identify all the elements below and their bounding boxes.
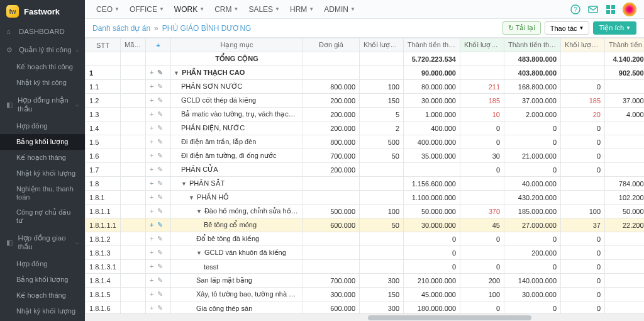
edit-row-icon[interactable]: ✎ (157, 110, 163, 118)
edit-row-icon[interactable]: ✎ (157, 262, 163, 271)
table-row[interactable]: 1.2+✎GCLD cốt thép đá kiềng200.00015030.… (86, 94, 645, 108)
toggle-icon[interactable]: ▼ (189, 194, 194, 201)
add-row-icon[interactable]: + (150, 138, 153, 146)
add-row-icon[interactable]: + (150, 179, 153, 188)
table-row[interactable]: 1.1+✎PHẦN SƠN NƯỚC800.00010080.000.00021… (86, 80, 645, 94)
table-row[interactable]: 1.8.1.2+✎Đổ bê tông đà kiềng00000 (86, 232, 645, 246)
breadcrumb-list[interactable]: Danh sách dự án (92, 24, 150, 33)
top-menu-work[interactable]: WORK▼ (170, 3, 208, 16)
edit-row-icon[interactable]: ✎ (157, 138, 163, 146)
add-row-icon[interactable]: + (150, 96, 153, 104)
table-row[interactable]: 1.8.1.3.1+✎tesst00000 (86, 260, 645, 274)
nav-sub-item[interactable]: Nhật ký thi công (0, 75, 85, 91)
top-menu-office[interactable]: OFFICE▼ (126, 3, 168, 16)
top-menu-ceo[interactable]: CEO▼ (92, 3, 123, 16)
add-row-icon[interactable]: + (150, 276, 153, 284)
horizontal-scrollbar[interactable] (85, 313, 644, 321)
table-row[interactable]: 1.8.1.1+✎▼Đào hố móng, chỉnh sửa hố móng… (86, 205, 645, 218)
nav-sub-item[interactable]: Hợp đồng (0, 118, 85, 134)
table-row[interactable]: 1.8.1.6+✎Gia công thép sàn600.000300180.… (86, 301, 645, 314)
col-tt-hd[interactable]: Thành tiền theo hợp đồng (404, 38, 460, 52)
edit-row-icon[interactable]: ✎ (157, 304, 163, 312)
util-button[interactable]: Tiện ích▼ (593, 21, 636, 35)
table-row[interactable]: 1.8.1.3+✎▼GCLD ván khuôn đà kiềng0200.00… (86, 246, 645, 260)
table-row[interactable]: 1+✎▼PHẦN THẠCH CAO90.000.000403.800.0009… (86, 66, 645, 80)
apps-icon[interactable] (605, 4, 616, 15)
edit-row-icon[interactable]: ✎ (157, 82, 163, 91)
table-row[interactable]: 1.6+✎Đi điện âm tường, đi ống nước700.00… (86, 149, 645, 163)
toggle-icon[interactable]: ▼ (174, 70, 179, 76)
avatar[interactable] (623, 3, 636, 16)
table-row[interactable]: 1.8.1.4+✎San lấp mặt bằng700.000300210.0… (86, 274, 645, 288)
edit-row-icon[interactable]: ✎ (157, 152, 163, 160)
nav-sub-item[interactable]: Bảng khối lượng (0, 272, 85, 288)
top-menu-crm[interactable]: CRM▼ (211, 3, 242, 16)
add-row-icon[interactable]: + (150, 221, 153, 229)
top-menu-hrm[interactable]: HRM▼ (286, 3, 318, 16)
top-menu-sales[interactable]: SALES▼ (245, 3, 284, 16)
add-row-icon[interactable]: + (150, 152, 153, 160)
col-kl-hd[interactable]: Khối lượng theo hợp đồng (360, 38, 404, 52)
nav-sub-item[interactable]: Nghiệm thu, thanh toán (0, 181, 85, 205)
toggle-icon[interactable]: ▼ (196, 250, 202, 256)
add-row-icon[interactable]: + (150, 304, 153, 312)
table-row[interactable]: 1.8.1.1.1+✎Bê tông cổ móng600.0005030.00… (86, 218, 645, 232)
table-row[interactable]: 1.5+✎Đi điện âm trần, lắp đèn800.0005004… (86, 135, 645, 149)
add-row-icon[interactable]: + (150, 235, 153, 243)
table-wrap[interactable]: STT Mã số + Hạng mục Đơn giá Khối lượng … (85, 38, 644, 313)
add-row-icon[interactable]: + (150, 82, 153, 91)
nav-sub-item[interactable]: Kế hoạch tháng (0, 288, 85, 303)
top-menu-admin[interactable]: ADMIN▼ (320, 3, 359, 16)
col-tt-nkkl[interactable]: Thành tiền theo NKKL (504, 38, 561, 52)
edit-row-icon[interactable]: ✎ (157, 249, 163, 257)
table-row[interactable]: 1.8.1+✎▼PHẦN HỒ1.100.000.000430.200.0001… (86, 191, 645, 205)
col-ma[interactable]: Mã số (121, 38, 146, 52)
add-row-icon[interactable]: + (150, 69, 153, 77)
edit-row-icon[interactable]: ✎ (157, 179, 163, 188)
add-row-icon[interactable]: + (150, 262, 153, 271)
edit-row-icon[interactable]: ✎ (157, 235, 163, 243)
nav-sub-item[interactable]: Nhật ký khối lượng (0, 303, 85, 319)
nav-group[interactable]: ◧Hợp đồng giao thầu⌵ (0, 228, 85, 256)
nav-sub-item[interactable]: Nhật ký khối lượng (0, 166, 85, 181)
col-kl-nkkl[interactable]: Khối lượng theo NKKL (460, 38, 504, 52)
edit-row-icon[interactable]: ✎ (157, 221, 163, 229)
edit-row-icon[interactable]: ✎ (157, 207, 163, 215)
reload-button[interactable]: ↻Tải lại (502, 21, 541, 35)
nav-group[interactable]: ◧Hợp đồng nhận thầu⌵ (0, 91, 85, 118)
ops-button[interactable]: Thao tác▼ (545, 21, 590, 35)
table-row[interactable]: 1.8.1.5+✎Xây, tô tường bao, tường nhà vệ… (86, 288, 645, 301)
col-dongia[interactable]: Đơn giá (303, 38, 360, 52)
col-add[interactable]: + (146, 38, 171, 52)
edit-row-icon[interactable]: ✎ (157, 69, 163, 77)
help-icon[interactable]: ? (570, 4, 581, 15)
nav-sub-item[interactable]: Hợp đồng (0, 256, 85, 272)
col-tt-nt[interactable]: Thành tiền nghiệm thu (605, 38, 645, 52)
mail-icon[interactable] (587, 4, 599, 15)
table-row[interactable]: 1.7+✎PHẦN CỬA200.0000000 (86, 163, 645, 177)
scrollbar-thumb[interactable] (368, 315, 531, 320)
nav-dashboard[interactable]: ⌂ DASHBOARD (0, 23, 85, 40)
edit-row-icon[interactable]: ✎ (157, 124, 163, 132)
add-row-icon[interactable]: + (150, 249, 153, 257)
nav-sub-item[interactable]: Bảng khối lượng (0, 134, 85, 150)
logo[interactable]: fw Fastwork (0, 0, 85, 23)
add-row-icon[interactable]: + (150, 166, 153, 174)
table-row[interactable]: 1.8+✎▼PHẦN SẮT1.156.600.00040.000.000784… (86, 177, 645, 191)
nav-sub-item[interactable]: Kế hoạch thi công (0, 59, 85, 75)
col-name[interactable]: Hạng mục (171, 38, 303, 52)
add-row-icon[interactable]: + (150, 110, 153, 118)
table-row[interactable]: 1.3+✎Bả matic vào tường, trụ, vách thạch… (86, 108, 645, 121)
edit-row-icon[interactable]: ✎ (157, 166, 163, 174)
edit-row-icon[interactable]: ✎ (157, 96, 163, 104)
toggle-icon[interactable]: ▼ (196, 208, 202, 215)
nav-group[interactable]: ⚙Quản lý thi công⌵ (0, 40, 85, 59)
add-row-icon[interactable]: + (150, 124, 153, 132)
nav-sub-item[interactable]: Kế hoạch tháng (0, 150, 85, 166)
nav-sub-item[interactable]: Công nợ chủ đầu tư (0, 205, 85, 228)
edit-row-icon[interactable]: ✎ (157, 276, 163, 284)
edit-row-icon[interactable]: ✎ (157, 290, 163, 298)
table-row[interactable]: 1.4+✎PHẦN ĐIỆN, NƯỚC200.0002400.0000000 (86, 121, 645, 135)
add-row-icon[interactable]: + (150, 207, 153, 215)
col-stt[interactable]: STT (86, 38, 121, 52)
